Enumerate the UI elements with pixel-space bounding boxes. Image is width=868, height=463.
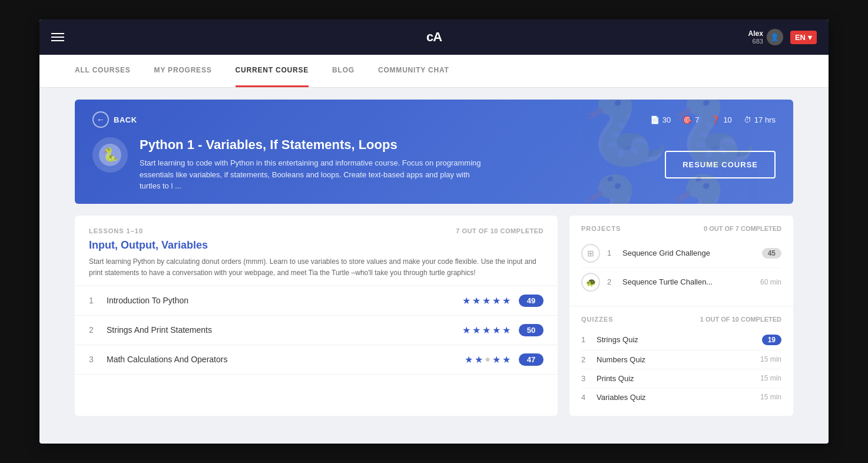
subnav-item-community-chat[interactable]: COMMUNITY CHAT — [378, 66, 449, 77]
quiz-num: 1 — [581, 335, 589, 344]
back-arrow-icon: ← — [92, 111, 109, 128]
quizzes-label: QUIZZES — [581, 316, 614, 323]
quiz-name: Numbers Quiz — [597, 355, 753, 364]
star-icon: ★ — [462, 325, 471, 336]
project-row[interactable]: ⊞ 1 Sequence Grid Challenge 45 — [581, 239, 781, 268]
outer-frame: cA Alex 683 👤 EN ▾ ALL COURSES — [0, 0, 868, 463]
project-row[interactable]: 🐢 2 Sequence Turtle Challen... 60 min — [581, 268, 781, 296]
star-icon: ★ — [472, 325, 481, 336]
quiz-row[interactable]: 1 Strings Quiz 19 — [581, 330, 781, 350]
star-icon: ★ — [462, 295, 471, 306]
star-icon: ★ — [482, 325, 491, 336]
browser-window: cA Alex 683 👤 EN ▾ ALL COURSES — [39, 19, 829, 444]
quiz-time: 15 min — [760, 393, 781, 401]
clock-icon: ⏱ — [744, 115, 751, 124]
lessons-section-title: Input, Output, Variables — [89, 239, 544, 252]
quiz-name: Variables Quiz — [597, 393, 753, 402]
quizzes-count: 10 — [723, 115, 731, 124]
lessons-icon: 📄 — [650, 115, 660, 124]
quizzes-header-row: QUIZZES 1 OUT OF 10 COMPLETED — [581, 316, 781, 323]
stat-quizzes: ❓ 10 — [711, 115, 731, 124]
lang-label: EN — [795, 33, 806, 42]
lesson-score: 49 — [519, 295, 544, 307]
lessons-label: LESSONS 1–10 — [89, 227, 143, 234]
quiz-num: 4 — [581, 393, 589, 402]
back-button[interactable]: ← BACK — [92, 111, 137, 128]
quiz-row[interactable]: 2 Numbers Quiz 15 min — [581, 350, 781, 369]
lesson-stars: ★ ★ ★ ★ ★ — [462, 325, 511, 336]
projects-count: 7 — [695, 115, 699, 124]
quiz-num: 3 — [581, 374, 589, 383]
lesson-name: Strings And Print Statements — [107, 325, 454, 335]
lesson-stars: ★ ★ ★ ★ ★ — [462, 295, 511, 306]
stat-lessons: 📄 30 — [650, 115, 671, 124]
course-info: Python 1 - Variables, If Statements, Loo… — [140, 137, 653, 192]
stat-hours: ⏱ 17 hrs — [744, 115, 776, 124]
lessons-progress: 7 OUT OF 10 COMPLETED — [456, 227, 544, 234]
quiz-score-badge: 19 — [762, 335, 781, 345]
lessons-count: 30 — [662, 115, 671, 124]
hours-value: 17 hrs — [754, 115, 776, 124]
content-grid: LESSONS 1–10 7 OUT OF 10 COMPLETED Input… — [75, 216, 793, 416]
project-num: 1 — [607, 249, 615, 257]
star-icon: ★ — [492, 354, 501, 365]
banner-top-row: ← BACK 📄 30 🎯 7 ❓ — [92, 111, 776, 128]
star-icon: ★ — [482, 295, 491, 306]
quiz-name: Strings Quiz — [597, 335, 755, 344]
resume-course-button[interactable]: RESUME COURSE — [665, 151, 776, 178]
quiz-num: 2 — [581, 355, 589, 364]
chevron-down-icon: ▾ — [808, 33, 812, 42]
lesson-score: 47 — [519, 353, 544, 366]
star-icon: ● — [485, 354, 491, 365]
lesson-row[interactable]: 3 Math Calculations And Operators ★ ★ ● … — [75, 345, 558, 375]
subnav-item-my-progress[interactable]: MY PROGRESS — [154, 66, 212, 77]
projects-header-row: PROJECTS 0 OUT OF 7 COMPLETED — [581, 225, 781, 232]
quizzes-section: QUIZZES 1 OUT OF 10 COMPLETED 1 Strings … — [569, 306, 793, 416]
lessons-header: LESSONS 1–10 7 OUT OF 10 COMPLETED Input… — [75, 216, 558, 286]
quizzes-progress: 1 OUT OF 10 COMPLETED — [700, 316, 781, 323]
quiz-row[interactable]: 3 Prints Quiz 15 min — [581, 369, 781, 388]
lesson-row[interactable]: 1 Introduction To Python ★ ★ ★ ★ ★ 49 — [75, 286, 558, 316]
lessons-label-row: LESSONS 1–10 7 OUT OF 10 COMPLETED — [89, 227, 544, 234]
avatar: 👤 — [767, 29, 783, 45]
project-name: Sequence Grid Challenge — [622, 249, 755, 257]
hamburger-menu[interactable] — [51, 33, 64, 41]
star-icon: ★ — [492, 325, 501, 336]
project-icon: 🐢 — [581, 273, 600, 292]
lesson-num: 3 — [89, 355, 98, 364]
user-name: Alex — [748, 29, 763, 38]
lesson-stars: ★ ★ ● ★ ★ — [465, 354, 511, 365]
course-icon-wrap: 🐍 — [92, 137, 128, 173]
logo: cA — [426, 29, 442, 45]
star-icon: ★ — [492, 295, 501, 306]
project-icon: ⊞ — [581, 244, 600, 263]
star-icon: ★ — [502, 354, 511, 365]
user-score: 683 — [748, 38, 763, 45]
lesson-row[interactable]: 2 Strings And Print Statements ★ ★ ★ ★ ★… — [75, 316, 558, 345]
projects-section: PROJECTS 0 OUT OF 7 COMPLETED ⊞ 1 Sequen… — [569, 216, 793, 306]
projects-progress: 0 OUT OF 7 COMPLETED — [704, 225, 781, 232]
main-content: 🐍🐍🐍🐍🐍🐍🐍🐍🐍🐍🐍🐍 ← BACK 📄 30 🎯 — [39, 88, 829, 444]
back-label: BACK — [114, 115, 137, 124]
lesson-num: 2 — [89, 325, 98, 335]
course-icon: 🐍 — [99, 144, 121, 166]
language-selector[interactable]: EN ▾ — [790, 31, 817, 44]
quiz-time: 15 min — [760, 374, 781, 382]
topbar: cA Alex 683 👤 EN ▾ — [39, 19, 829, 55]
right-panel: PROJECTS 0 OUT OF 7 COMPLETED ⊞ 1 Sequen… — [569, 216, 793, 416]
stat-projects: 🎯 7 — [683, 115, 699, 124]
subnav-item-current-course[interactable]: CURRENT COURSE — [236, 66, 309, 77]
lesson-score: 50 — [519, 324, 544, 336]
left-panel: LESSONS 1–10 7 OUT OF 10 COMPLETED Input… — [75, 216, 558, 416]
quiz-row[interactable]: 4 Variables Quiz 15 min — [581, 388, 781, 406]
subnav-item-all-courses[interactable]: ALL COURSES — [75, 66, 131, 77]
subnav: ALL COURSES MY PROGRESS CURRENT COURSE B… — [39, 55, 829, 88]
topbar-right: Alex 683 👤 EN ▾ — [748, 29, 817, 45]
project-num: 2 — [607, 277, 615, 286]
project-badge: 45 — [762, 248, 781, 259]
lesson-name: Math Calculations And Operators — [107, 355, 456, 364]
star-icon: ★ — [475, 354, 483, 365]
subnav-item-blog[interactable]: BLOG — [332, 66, 355, 77]
projects-label: PROJECTS — [581, 225, 621, 232]
star-icon: ★ — [502, 325, 511, 336]
